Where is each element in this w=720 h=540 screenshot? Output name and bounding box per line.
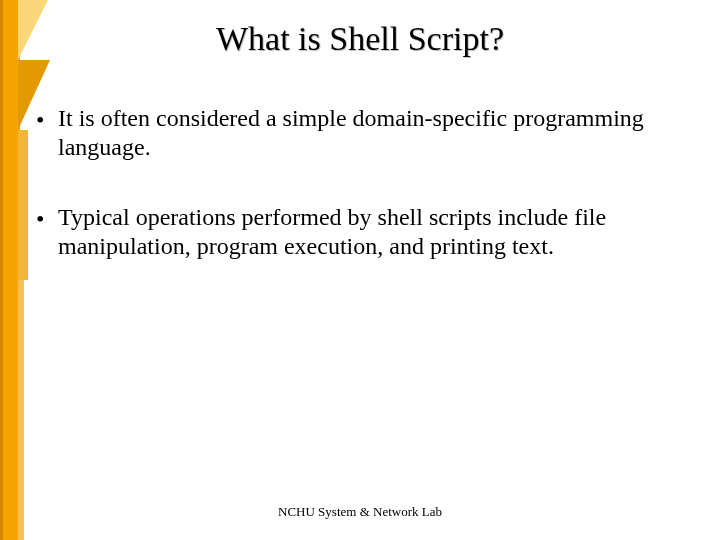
bullet-item: • It is often considered a simple domain… (36, 104, 684, 163)
bullet-marker: • (36, 203, 58, 262)
svg-rect-0 (0, 0, 20, 540)
svg-rect-5 (0, 0, 3, 540)
bullet-item: • Typical operations performed by shell … (36, 203, 684, 262)
slide-footer: NCHU System & Network Lab (0, 504, 720, 520)
bullet-text: It is often considered a simple domain-s… (58, 104, 684, 163)
svg-rect-3 (18, 130, 28, 280)
bullet-marker: • (36, 104, 58, 163)
svg-rect-4 (18, 280, 24, 540)
slide-body: • It is often considered a simple domain… (36, 104, 684, 301)
slide-title: What is Shell Script? (0, 20, 720, 58)
bullet-text: Typical operations performed by shell sc… (58, 203, 684, 262)
